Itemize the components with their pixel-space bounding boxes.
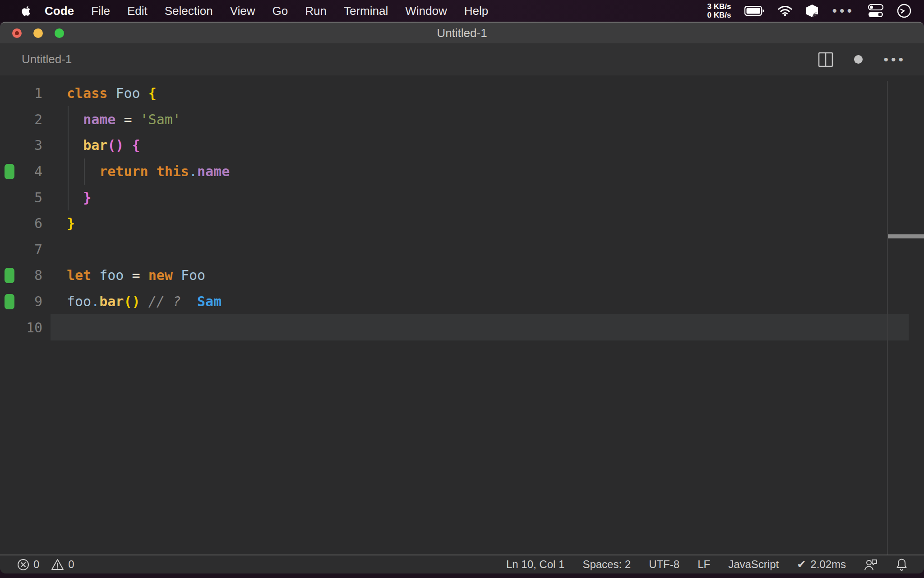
cube-app-icon[interactable] [806,4,818,18]
code-line-1[interactable]: 1class Foo { [0,80,924,107]
code-line-4[interactable]: 4 return this.name [0,158,924,185]
problems-warnings[interactable]: 0 [51,558,74,571]
network-speed-indicator[interactable]: 3 KB/s 0 KB/s [707,2,731,19]
bell-icon [896,558,908,571]
code-text: return this.name [42,163,230,179]
indent-guide [68,106,69,210]
menu-item-selection[interactable]: Selection [156,4,222,18]
code-text: let foo = new Foo [42,267,205,283]
code-text: class Foo { [42,85,157,101]
menu-item-terminal[interactable]: Terminal [335,4,397,18]
line-number[interactable]: 4 [0,163,42,179]
indentation-setting[interactable]: Spaces: 2 [582,558,631,571]
check-icon: ✔ [797,558,806,571]
macos-menu-bar: CodeFileEditSelectionViewGoRunTerminalWi… [0,0,924,22]
file-encoding[interactable]: UTF-8 [649,558,679,571]
menu-items: CodeFileEditSelectionViewGoRunTerminalWi… [0,4,497,18]
code-line-9[interactable]: 9foo.bar() // ? Sam [0,289,924,315]
line-number[interactable]: 5 [0,190,42,205]
battery-icon[interactable] [744,6,764,16]
code-text: foo.bar() // ? Sam [42,294,222,309]
status-bar: 0 0 Ln 10, Col 1 Spaces: 2 UTF-8 LF Java… [0,555,924,573]
more-actions-button[interactable]: ••• [883,57,906,62]
overview-ruler-border [887,81,888,555]
menu-item-run[interactable]: Run [296,4,335,18]
code-line-8[interactable]: 8let foo = new Foo [0,262,924,289]
warning-count: 0 [68,558,74,571]
window-title: Untitled-1 [437,26,487,40]
menu-item-view[interactable]: View [222,4,264,18]
control-center-icon[interactable] [868,4,883,18]
menu-item-window[interactable]: Window [397,4,455,18]
network-down-speed: 0 KB/s [707,11,731,19]
zoom-window-button[interactable] [55,28,64,38]
quokka-status[interactable]: ✔ 2.02ms [797,558,846,571]
line-number[interactable]: 2 [0,112,42,127]
notifications-button[interactable] [896,558,908,571]
close-window-button[interactable] [12,28,22,38]
indent-guide [84,158,85,185]
ellipsis-menu-icon[interactable]: ••• [832,9,855,13]
code-line-6[interactable]: 6} [0,210,924,237]
menu-item-help[interactable]: Help [456,4,497,18]
apple-logo-icon [21,5,32,17]
code-text: } [42,215,75,231]
error-count: 0 [33,558,39,571]
warning-triangle-icon [51,559,64,570]
line-number[interactable]: 6 [0,215,42,231]
code-line-10[interactable]: 10 [0,314,924,340]
code-line-3[interactable]: 3 bar() { [0,132,924,158]
editor-header: Untitled-1 ••• [0,43,924,75]
line-number[interactable]: 10 [0,320,42,336]
code-editor[interactable]: 1class Foo {2 name = 'Sam'3 bar() {4 ret… [0,75,924,555]
split-editor-button[interactable] [818,52,833,67]
network-up-speed: 3 KB/s [707,2,731,11]
person-feedback-icon [864,559,878,571]
code-line-5[interactable]: 5 } [0,184,924,210]
line-number[interactable]: 3 [0,137,42,153]
clock-app-icon[interactable] [897,4,911,18]
menu-item-code[interactable]: Code [36,4,83,18]
menu-item-file[interactable]: File [83,4,119,18]
code-text: bar() { [42,137,140,153]
window-title-bar[interactable]: Untitled-1 [0,23,924,43]
unsaved-changes-dot[interactable] [854,55,863,64]
line-number[interactable]: 8 [0,267,42,283]
end-of-line-sequence[interactable]: LF [698,558,710,571]
tab-untitled-1[interactable]: Untitled-1 [22,52,72,66]
error-circle-icon [17,559,29,571]
apple-menu[interactable] [16,5,36,17]
menu-item-edit[interactable]: Edit [119,4,156,18]
code-lines: 1class Foo {2 name = 'Sam'3 bar() {4 ret… [0,80,924,340]
code-text: } [42,190,91,205]
cursor-position[interactable]: Ln 10, Col 1 [506,558,564,571]
menu-item-go[interactable]: Go [264,4,297,18]
line-number[interactable]: 1 [0,85,42,101]
language-mode[interactable]: JavaScript [728,558,779,571]
wifi-icon[interactable] [778,5,792,16]
vscode-window: Untitled-1 Untitled-1 ••• 1class Foo {2 … [0,22,924,573]
code-text: name = 'Sam' [42,112,181,127]
line-number[interactable]: 7 [0,242,42,257]
code-line-7[interactable]: 7 [0,237,924,263]
overview-ruler-cursor-marker [888,234,924,238]
quokka-run-time: 2.02ms [810,558,846,571]
minimize-window-button[interactable] [33,28,43,38]
feedback-button[interactable] [864,559,878,571]
line-number[interactable]: 9 [0,294,42,309]
problems-errors[interactable]: 0 [17,558,39,571]
code-line-2[interactable]: 2 name = 'Sam' [0,107,924,133]
